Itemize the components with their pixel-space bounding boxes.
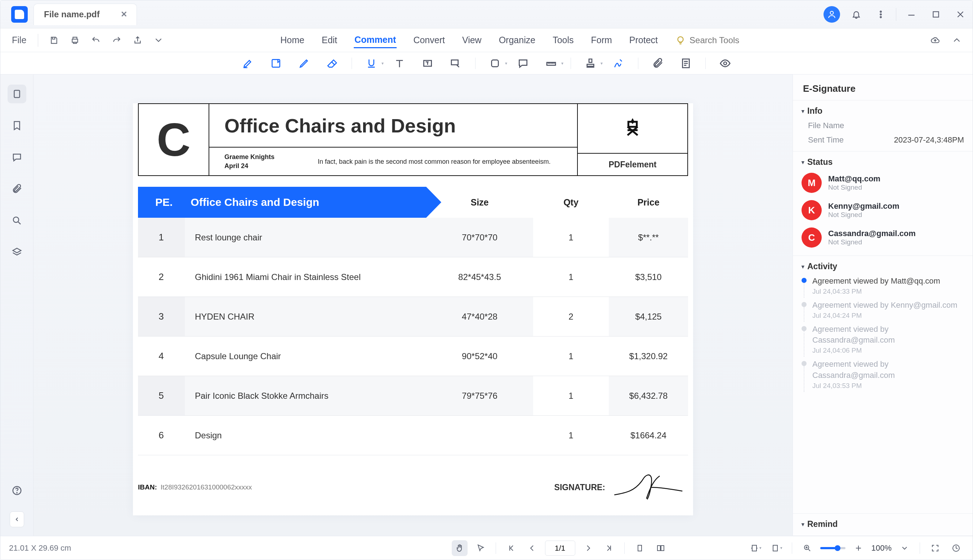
more-menu-icon[interactable] (871, 5, 890, 24)
row-price: $**.** (609, 218, 688, 257)
fit-width-icon[interactable]: ▾ (748, 540, 764, 556)
file-menu[interactable]: File (8, 35, 30, 45)
form-tool-icon[interactable] (677, 55, 695, 71)
svg-rect-21 (661, 546, 664, 551)
nav-organize[interactable]: Organize (498, 33, 536, 48)
row-qty: 1 (533, 257, 609, 297)
shape-tool-icon[interactable]: ▾ (486, 55, 503, 71)
zoom-out-lens-icon[interactable] (799, 540, 815, 556)
textbox-tool-icon[interactable] (419, 55, 436, 71)
svg-rect-22 (752, 545, 756, 551)
app-logo[interactable] (11, 6, 28, 23)
zoom-dropdown-icon[interactable] (897, 540, 913, 556)
svg-point-2 (880, 14, 881, 15)
select-tool-icon[interactable] (473, 540, 488, 556)
document-tab[interactable]: File name.pdf ✕ (33, 3, 137, 25)
notifications-icon[interactable] (847, 5, 866, 24)
svg-point-17 (17, 493, 17, 493)
window-minimize-icon[interactable] (902, 5, 921, 24)
svg-rect-4 (933, 12, 938, 17)
window-maximize-icon[interactable] (926, 5, 945, 24)
underline-tool-icon[interactable]: ▾ (363, 55, 380, 71)
help-icon[interactable] (8, 481, 26, 500)
page-input[interactable] (545, 540, 575, 556)
row-qty: 1 (533, 337, 609, 376)
cloud-upload-icon[interactable] (927, 32, 943, 48)
status-section-toggle[interactable]: Status (801, 157, 964, 169)
last-page-icon[interactable] (601, 540, 617, 556)
share-icon[interactable] (130, 32, 145, 48)
nav-convert[interactable]: Convert (413, 33, 446, 48)
redo-icon[interactable] (109, 32, 125, 48)
remind-section-toggle[interactable]: Remind (801, 519, 964, 531)
quick-dropdown-icon[interactable] (150, 32, 166, 48)
save-icon[interactable] (46, 32, 62, 48)
activity-text: Agreement viewed by Cassandra@gmail.com (813, 324, 964, 346)
nav-comment[interactable]: Comment (354, 32, 396, 48)
activity-item: Agreement viewed by Matt@qq.com Jul 24,0… (801, 273, 964, 298)
activity-section-toggle[interactable]: Activity (801, 262, 964, 273)
attachment-panel-icon[interactable] (8, 180, 26, 198)
nav-home[interactable]: Home (279, 33, 305, 48)
attachment-tool-icon[interactable] (649, 55, 667, 71)
search-tools-input[interactable] (689, 35, 762, 45)
doc-logo: C (139, 104, 209, 175)
zoom-slider[interactable] (820, 547, 846, 549)
comment-panel-icon[interactable] (8, 148, 26, 167)
activity-item: Agreement viewed by Cassandra@gmail.com … (801, 357, 964, 392)
undo-icon[interactable] (88, 32, 104, 48)
window-close-icon[interactable] (951, 5, 970, 24)
signature-tool-icon[interactable] (610, 55, 627, 71)
account-avatar-button[interactable] (823, 5, 841, 24)
esignature-panel-title: E-Signature (793, 75, 973, 100)
info-senttime-value: 2023-07-24,3:48PM (894, 135, 964, 145)
zoom-in-icon[interactable] (851, 540, 866, 556)
read-mode-icon[interactable] (948, 540, 964, 556)
signer-avatar: C (801, 227, 822, 248)
hide-annotations-icon[interactable] (717, 55, 734, 71)
first-page-icon[interactable] (503, 540, 519, 556)
bookmark-panel-icon[interactable] (8, 116, 26, 135)
note-tool-icon[interactable] (267, 55, 284, 71)
table-row: 3HYDEN CHAIR47*40*282$4,125 (138, 297, 688, 337)
measure-tool-icon[interactable]: ▾ (543, 55, 560, 71)
row-qty: 2 (533, 297, 609, 336)
nav-protect[interactable]: Protect (629, 33, 659, 48)
collapse-ribbon-icon[interactable] (949, 32, 965, 48)
thumbnail-panel-icon[interactable] (8, 85, 26, 103)
activity-item: Agreement viewed by Kenny@gmail.com Jul … (801, 298, 964, 322)
signer-item[interactable]: K Kenny@gmail.com Not Signed (801, 197, 964, 224)
row-no: 5 (138, 376, 185, 415)
layers-panel-icon[interactable] (8, 243, 26, 262)
callout-tool-icon[interactable] (447, 55, 464, 71)
pencil-tool-icon[interactable] (295, 55, 313, 71)
nav-form[interactable]: Form (590, 33, 613, 48)
signer-item[interactable]: M Matt@qq.com Not Signed (801, 169, 964, 197)
nav-edit[interactable]: Edit (321, 33, 338, 48)
hint-lightbulb-icon (675, 35, 686, 46)
search-panel-icon[interactable] (8, 211, 26, 230)
two-page-view-icon[interactable] (653, 540, 669, 556)
print-icon[interactable] (67, 32, 83, 48)
hand-tool-icon[interactable] (452, 540, 468, 556)
row-size (426, 416, 533, 455)
close-tab-icon[interactable]: ✕ (121, 10, 127, 19)
nav-tools[interactable]: Tools (552, 33, 574, 48)
row-size: 47*40*28 (426, 297, 533, 336)
text-tool-icon[interactable] (391, 55, 408, 71)
row-no: 6 (138, 416, 185, 455)
stamp-tool-icon[interactable]: ▾ (582, 55, 599, 71)
signature-label: SIGNATURE: (554, 483, 605, 492)
nav-view[interactable]: View (461, 33, 482, 48)
prev-page-icon[interactable] (524, 540, 540, 556)
fullscreen-icon[interactable] (927, 540, 943, 556)
fit-page-icon[interactable]: ▾ (769, 540, 784, 556)
next-page-icon[interactable] (580, 540, 596, 556)
expand-sidebar-icon[interactable] (10, 512, 24, 527)
signer-item[interactable]: C Cassandra@gmail.com Not Signed (801, 224, 964, 251)
single-page-view-icon[interactable] (632, 540, 648, 556)
comment-bubble-tool-icon[interactable] (515, 55, 532, 71)
info-section-toggle[interactable]: Info (801, 106, 964, 118)
eraser-tool-icon[interactable] (323, 55, 341, 71)
highlight-tool-icon[interactable] (239, 55, 256, 71)
